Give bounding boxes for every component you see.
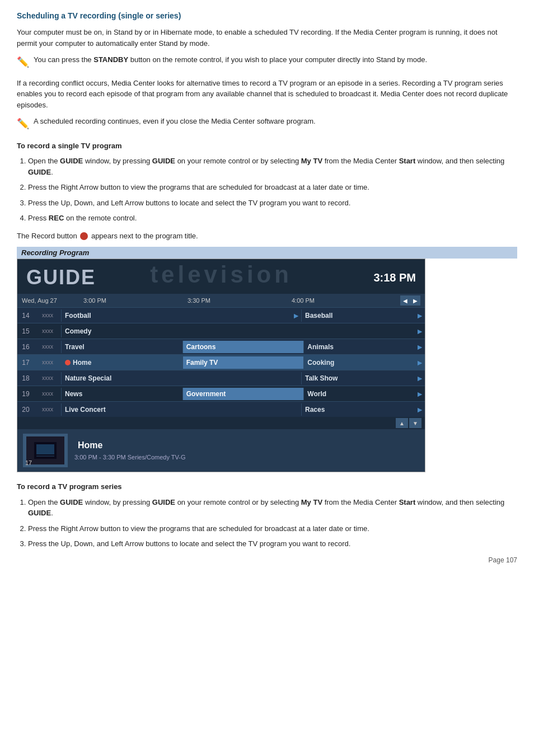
program-19-news[interactable]: News xyxy=(61,388,182,400)
arrow-16-animals: ► xyxy=(416,342,424,351)
single-step-1: Open the GUIDE window, by pressing GUIDE… xyxy=(28,156,517,177)
programs-18: Nature Special Talk Show► xyxy=(61,372,425,384)
ch-call-16: xxxx xyxy=(34,344,61,350)
program-16-cartoons[interactable]: Cartoons xyxy=(182,341,304,353)
guide-nav-prev[interactable]: ◀ xyxy=(400,295,410,306)
guide-row-18: 18 xxxx Nature Special Talk Show► xyxy=(17,370,425,386)
ch-call-14: xxxx xyxy=(34,312,61,318)
note-icon-2: ✏️ xyxy=(17,116,29,132)
series-step-1: Open the GUIDE window, by pressing GUIDE… xyxy=(28,497,517,519)
guide-time: 3:18 PM xyxy=(373,271,416,284)
program-14-football[interactable]: Football► xyxy=(61,309,301,322)
guide-rows: 14 xxxx Football► Baseball► 15 xxxx Come… xyxy=(17,307,425,417)
programs-14: Football► Baseball► xyxy=(61,309,425,322)
note-1-text: You can press the STANDBY button on the … xyxy=(34,54,427,65)
guide-nav-buttons: ◀ ▶ xyxy=(400,295,420,306)
program-19-government[interactable]: Government xyxy=(182,388,304,400)
program-20-races[interactable]: Races► xyxy=(301,403,425,416)
series-steps-list: Open the GUIDE window, by pressing GUIDE… xyxy=(28,497,517,550)
guide-detail-info: Home 3:00 PM - 3:30 PM Series/Comedy TV-… xyxy=(74,440,419,461)
guide-date: Wed, Aug 27 xyxy=(22,297,83,304)
program-19-world[interactable]: World► xyxy=(303,388,425,400)
guide-row-14: 14 xxxx Football► Baseball► xyxy=(17,307,425,323)
guide-scroll-down[interactable]: ▼ xyxy=(409,418,421,428)
guide-detail-panel: 17 Home 3:00 PM - 3:30 PM Series/Comedy … xyxy=(17,429,425,472)
note-2-block: ✏️ A scheduled recording continues, even… xyxy=(17,116,517,133)
record-note: The Record button appears next to the pr… xyxy=(17,231,517,242)
rec-dot-17 xyxy=(65,360,71,365)
svg-rect-1 xyxy=(36,444,54,454)
single-steps-list: Open the GUIDE window, by pressing GUIDE… xyxy=(28,156,517,224)
program-17-home[interactable]: Home xyxy=(61,356,182,369)
ch-num-14: 14 xyxy=(17,312,34,320)
guide-date-row: Wed, Aug 27 3:00 PM 3:30 PM 4:00 PM ◀ ▶ xyxy=(17,294,425,307)
guide-container: television GUIDE 3:18 PM Wed, Aug 27 3:0… xyxy=(17,259,425,472)
guide-slot-1: 3:00 PM xyxy=(83,297,188,304)
program-17-cooking[interactable]: Cooking► xyxy=(303,356,425,369)
ch-call-18: xxxx xyxy=(34,375,61,381)
program-17-familytv[interactable]: Family TV xyxy=(182,356,304,369)
guide-scroll-buttons: ▲ ▼ xyxy=(17,417,425,429)
guide-detail-title: Home xyxy=(74,440,419,450)
arrow-17-cooking: ► xyxy=(416,358,424,367)
program-14-baseball[interactable]: Baseball► xyxy=(301,309,425,322)
guide-scroll-up[interactable]: ▲ xyxy=(396,418,408,428)
guide-detail-title-text: Home xyxy=(78,440,102,450)
ch-num-16: 16 xyxy=(17,343,34,351)
program-16-animals[interactable]: Animals► xyxy=(303,341,425,353)
conflict-paragraph: If a recording conflict occurs, Media Ce… xyxy=(17,78,517,111)
guide-header: television GUIDE 3:18 PM xyxy=(17,259,425,294)
ch-call-17: xxxx xyxy=(34,359,61,365)
program-18-nature[interactable]: Nature Special xyxy=(61,372,301,384)
guide-row-15: 15 xxxx Comedy► xyxy=(17,323,425,339)
guide-detail-ch-num: 17 xyxy=(25,459,32,466)
programs-19: News Government World► xyxy=(61,388,425,400)
note-icon-1: ✏️ xyxy=(17,55,29,70)
guide-row-16: 16 xxxx Travel Cartoons Animals► xyxy=(17,339,425,354)
arrow-19-world: ► xyxy=(416,389,424,398)
program-18-talkshow[interactable]: Talk Show► xyxy=(301,372,425,384)
record-button-icon xyxy=(80,232,88,240)
note-2-text: A scheduled recording continues, even if… xyxy=(34,116,316,127)
arrow-14-baseball: ► xyxy=(416,311,424,320)
ch-call-19: xxxx xyxy=(34,391,61,397)
recording-program-label: Recording Program xyxy=(17,247,517,259)
programs-20: Live Concert Races► xyxy=(61,403,425,416)
ch-num-18: 18 xyxy=(17,374,34,382)
series-step-3: Press the Up, Down, and Left Arrow butto… xyxy=(28,538,517,550)
intro-paragraph: Your computer must be on, in Stand by or… xyxy=(17,27,517,49)
guide-row-17: 17 xxxx Home Family TV Cooking► xyxy=(17,354,425,370)
guide-slot-2: 3:30 PM xyxy=(188,297,292,304)
ch-call-20: xxxx xyxy=(34,406,61,412)
guide-row-20: 20 xxxx Live Concert Races► xyxy=(17,401,425,417)
program-20-liveconcert[interactable]: Live Concert xyxy=(61,403,301,416)
arrow-14-football: ► xyxy=(292,311,300,320)
single-step-4: Press REC on the remote control. xyxy=(28,213,517,224)
single-step-2: Press the Right Arrow button to view the… xyxy=(28,182,517,193)
programs-16: Travel Cartoons Animals► xyxy=(61,341,425,353)
guide-row-19: 19 xxxx News Government World► xyxy=(17,386,425,401)
arrow-18-talkshow: ► xyxy=(416,374,424,383)
guide-detail-meta: 3:00 PM - 3:30 PM Series/Comedy TV-G xyxy=(74,454,419,461)
arrow-20-races: ► xyxy=(416,405,424,414)
guide-nav-next[interactable]: ▶ xyxy=(410,295,420,306)
ch-num-19: 19 xyxy=(17,390,34,398)
tv-screen-graphic xyxy=(34,442,57,459)
series-step-2: Press the Right Arrow button to view the… xyxy=(28,523,517,534)
programs-17: Home Family TV Cooking► xyxy=(61,356,425,369)
note-1-block: ✏️ You can press the STANDBY button on t… xyxy=(17,54,517,71)
program-15-comedy[interactable]: Comedy► xyxy=(61,325,425,337)
guide-slot-3: 4:00 PM xyxy=(292,297,396,304)
page-heading: Scheduling a TV recording (single or ser… xyxy=(17,11,517,20)
single-step-3: Press the Up, Down, and Left Arrow butto… xyxy=(28,198,517,209)
program-16-travel[interactable]: Travel xyxy=(61,341,182,353)
ch-num-15: 15 xyxy=(17,327,34,335)
arrow-15-comedy: ► xyxy=(416,327,424,336)
ch-num-20: 20 xyxy=(17,406,34,414)
ch-call-15: xxxx xyxy=(34,328,61,334)
guide-time-cols: 3:00 PM 3:30 PM 4:00 PM xyxy=(83,297,396,304)
page-number: Page 107 xyxy=(17,556,517,564)
single-record-heading: To record a single TV program xyxy=(17,140,517,152)
programs-15: Comedy► xyxy=(61,325,425,337)
guide-title: GUIDE xyxy=(26,266,96,289)
